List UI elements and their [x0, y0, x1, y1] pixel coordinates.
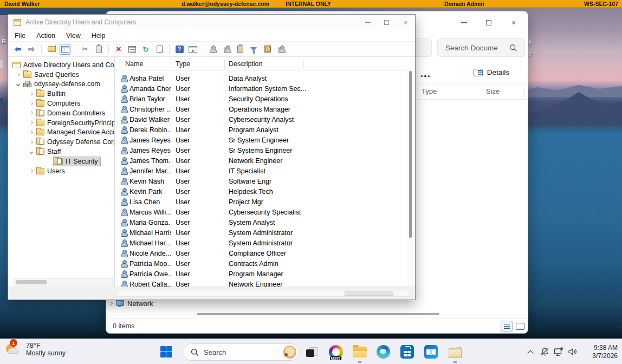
maximize-button[interactable]: [377, 15, 396, 30]
notes-app-button[interactable]: [448, 344, 462, 359]
network-button[interactable]: [552, 345, 566, 359]
table-row[interactable]: Amanda Chen User Information System Sec.…: [115, 83, 407, 94]
column-separator[interactable]: [524, 88, 525, 99]
column-separator[interactable]: [482, 88, 482, 99]
scrollbar-thumb[interactable]: [16, 280, 47, 284]
menu-item[interactable]: Help: [86, 32, 111, 40]
thumbnail-view-toggle[interactable]: [516, 323, 524, 330]
add-member-icon[interactable]: [275, 44, 286, 55]
start-button[interactable]: [160, 346, 172, 358]
column-header-type[interactable]: Type: [171, 59, 225, 69]
table-row[interactable]: Kevin Park User Helpdesk Tech: [115, 186, 407, 197]
table-row[interactable]: Christopher ... User Operations Manager: [115, 104, 407, 114]
hidden-icons-chevron[interactable]: [523, 345, 537, 359]
tree-item[interactable]: odyssey-defense.com: [10, 80, 114, 89]
cut-icon[interactable]: ✂: [80, 44, 90, 55]
column-header-description[interactable]: Description: [225, 59, 304, 69]
file-explorer-button[interactable]: [352, 344, 367, 359]
menu-item[interactable]: File: [8, 32, 31, 40]
table-row[interactable]: Brian Taylor User Security Operations: [115, 94, 407, 104]
show-console-tree-icon[interactable]: [60, 44, 70, 55]
tree-item[interactable]: Active Directory Users and Com: [10, 60, 114, 70]
close-button[interactable]: ×: [396, 15, 415, 30]
tree-horizontal-scrollbar[interactable]: [14, 278, 113, 285]
table-row[interactable]: Aisha Patel User Data Analyst: [115, 73, 407, 83]
more-options-button[interactable]: [421, 75, 430, 77]
refresh-icon[interactable]: ↻: [140, 44, 151, 55]
close-button[interactable]: ×: [505, 16, 522, 30]
new-computer-icon[interactable]: [235, 44, 245, 55]
copilot-m365-button[interactable]: M365: [328, 344, 343, 359]
expand-chevron-icon[interactable]: [25, 102, 36, 105]
table-row[interactable]: Nicole Ande... User Compliance Officer: [115, 248, 407, 258]
menu-item[interactable]: Action: [31, 32, 61, 40]
tree-item[interactable]: Users: [10, 166, 114, 176]
table-row[interactable]: Kevin Nash User Software Engr: [115, 176, 407, 186]
list-view-toggle[interactable]: [501, 321, 513, 332]
minimize-button[interactable]: [358, 15, 377, 30]
expand-chevron-icon[interactable]: [25, 151, 36, 153]
column-header-size[interactable]: Size: [486, 87, 500, 99]
tree-item[interactable]: Domain Controllers: [10, 108, 114, 118]
forward-icon[interactable]: [26, 44, 37, 55]
microsoft-store-button[interactable]: [400, 344, 414, 359]
table-row[interactable]: James Reyes User Sr System Engineer: [115, 135, 407, 145]
table-row[interactable]: Patricia Owe... User Program Manager: [115, 269, 407, 279]
show-window-icon[interactable]: [187, 44, 198, 55]
find-icon[interactable]: [262, 44, 273, 55]
tree-item[interactable]: Odyssey Defense Corp: [10, 137, 114, 147]
tree-item[interactable]: Computers: [10, 99, 114, 108]
list-horizontal-scrollbar[interactable]: [116, 290, 410, 297]
taskbar-search[interactable]: Search: [183, 343, 300, 361]
new-user-icon[interactable]: [208, 44, 218, 55]
title-bar[interactable]: Active Directory Users and Computers ×: [8, 15, 415, 30]
maximize-button[interactable]: [480, 16, 497, 30]
tree-item[interactable]: Builtin: [10, 89, 114, 99]
table-row[interactable]: David Walker User Cybersecurity Analyst: [115, 114, 407, 125]
menu-item[interactable]: View: [61, 32, 86, 40]
table-row[interactable]: Robert Calla... User Network Engineer: [115, 279, 407, 287]
new-group-icon[interactable]: [221, 44, 232, 55]
paste-icon[interactable]: [93, 44, 104, 55]
table-row[interactable]: Marcus Willi... User Cybersecurity Speci…: [115, 207, 407, 217]
tree-item[interactable]: Staff: [10, 147, 114, 157]
table-row[interactable]: Maria Gonza... User System Analyst: [115, 217, 407, 227]
column-header-type[interactable]: Type: [422, 87, 437, 99]
tree-item[interactable]: ForeignSecurityPrincipals: [10, 118, 114, 128]
outlook-button[interactable]: [424, 344, 438, 359]
properties-icon[interactable]: [127, 44, 138, 55]
tree-item[interactable]: IT Security: [10, 157, 114, 166]
table-row[interactable]: James Thom... User Network Engineer: [115, 155, 407, 166]
scrollbar-thumb[interactable]: [409, 71, 412, 238]
task-view-button[interactable]: [304, 344, 319, 359]
expand-chevron-icon[interactable]: [25, 93, 36, 95]
edge-button[interactable]: [376, 344, 391, 359]
table-row[interactable]: Lisa Chen User Project Mgr: [115, 197, 407, 207]
expand-chevron-icon[interactable]: [25, 112, 36, 114]
horizontal-scrollbar[interactable]: [197, 313, 522, 316]
table-row[interactable]: Patricia Moo... User Contracts Admin: [115, 258, 407, 269]
tree-item[interactable]: Saved Queries: [10, 70, 114, 80]
delete-icon[interactable]: ×: [113, 44, 124, 55]
minimize-button[interactable]: [455, 16, 472, 30]
up-one-level-icon[interactable]: [46, 44, 57, 55]
chevron-right-icon[interactable]: [109, 302, 113, 306]
back-icon[interactable]: [12, 44, 23, 55]
search-box[interactable]: [437, 38, 525, 57]
table-row[interactable]: Michael Harris User System Administrator: [115, 227, 407, 238]
filter-icon[interactable]: [248, 44, 259, 55]
scrollbar-thumb[interactable]: [197, 313, 439, 315]
notifications-off-button[interactable]: [537, 345, 552, 359]
details-pane-toggle[interactable]: Details: [474, 68, 509, 76]
tree-item[interactable]: Managed Service Accounts: [10, 128, 114, 138]
weather-widget[interactable]: 1 78°F Mostly sunny: [5, 341, 66, 358]
table-row[interactable]: Derek Robin... User Program Analyst: [115, 125, 407, 135]
table-row[interactable]: Michael Har... User System Administrator: [115, 238, 407, 248]
expand-chevron-icon[interactable]: [12, 83, 23, 86]
nav-item-network[interactable]: Network: [109, 300, 153, 308]
volume-button[interactable]: [566, 345, 580, 359]
column-header-name[interactable]: Name: [115, 59, 171, 69]
scrollbar-thumb[interactable]: [345, 291, 393, 296]
export-list-icon[interactable]: [154, 44, 165, 55]
table-row[interactable]: James Reyes... User Sr Systems Engineer: [115, 145, 407, 155]
